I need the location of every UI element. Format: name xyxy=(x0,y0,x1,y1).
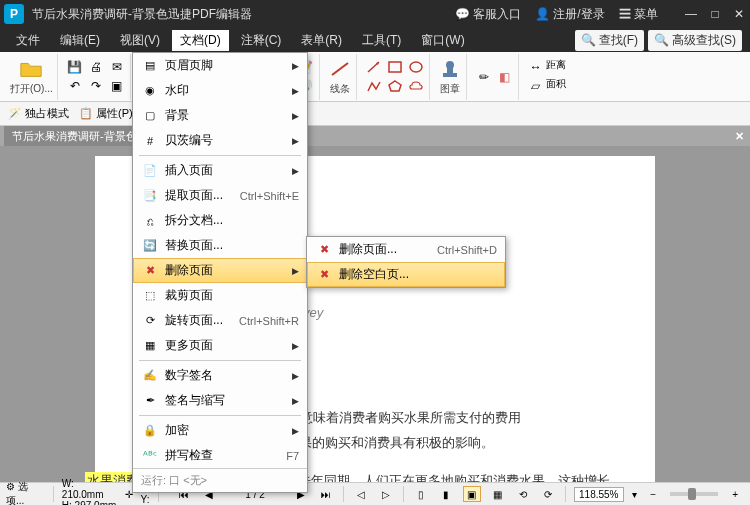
layout-cont-button[interactable]: ▮ xyxy=(438,486,456,502)
menu-form[interactable]: 表单(R) xyxy=(293,30,350,51)
menu-signature[interactable]: ✒签名与缩写▶ xyxy=(133,388,307,413)
print-icon[interactable]: 🖨 xyxy=(87,58,105,76)
pencil-icon[interactable]: ✏ xyxy=(475,68,493,86)
window-title: 节后水果消费调研-背景色迅捷PDF编辑器 xyxy=(32,6,455,23)
background-icon: ▢ xyxy=(141,108,159,124)
login-link[interactable]: 👤 注册/登录 xyxy=(535,6,605,23)
menubar: 文件 编辑(E) 视图(V) 文档(D) 注释(C) 表单(R) 工具(T) 窗… xyxy=(0,28,750,52)
standalone-mode[interactable]: 🪄 独占模式 xyxy=(8,106,69,121)
folder-open-icon xyxy=(19,57,43,81)
mail-icon[interactable]: ✉ xyxy=(108,58,126,76)
find-button[interactable]: 🔍 查找(F) xyxy=(575,30,644,51)
save-icon[interactable]: 💾 xyxy=(66,58,84,76)
area-icon[interactable]: ▱ xyxy=(527,77,545,95)
layout-facing-button[interactable]: ▣ xyxy=(463,486,481,502)
doc-tab[interactable]: 节后水果消费调研-背景色 xyxy=(4,126,145,146)
rotate-cw-button[interactable]: ⟳ xyxy=(540,486,558,502)
minimize-button[interactable]: — xyxy=(684,7,698,21)
replace-page-icon: 🔄 xyxy=(141,238,159,254)
bates-icon: # xyxy=(141,133,159,149)
delete-page-submenu: ✖删除页面...Ctrl+Shift+D ✖删除空白页... xyxy=(306,236,506,288)
watermark-icon: ◉ xyxy=(141,83,159,99)
arrow-icon[interactable] xyxy=(365,58,383,76)
menu-comment[interactable]: 注释(C) xyxy=(233,30,290,51)
tb-line-group[interactable]: 线条 xyxy=(324,54,357,100)
undo-icon[interactable]: ↶ xyxy=(66,77,84,95)
menu-window[interactable]: 窗口(W) xyxy=(413,30,472,51)
adv-find-button[interactable]: 🔍 高级查找(S) xyxy=(648,30,742,51)
menu-view[interactable]: 视图(V) xyxy=(112,30,168,51)
polyline-icon[interactable] xyxy=(365,77,383,95)
options-button[interactable]: ⚙ 选项... xyxy=(6,480,45,505)
cloud-icon[interactable] xyxy=(407,77,425,95)
menu-encrypt[interactable]: 🔒加密▶ xyxy=(133,418,307,443)
menu-watermark[interactable]: ◉水印▶ xyxy=(133,78,307,103)
app-logo: P xyxy=(4,4,24,24)
menu-link[interactable]: ☰ 菜单 xyxy=(619,6,658,23)
circle-icon[interactable] xyxy=(407,58,425,76)
svg-rect-5 xyxy=(443,73,457,77)
menu-more-pages[interactable]: ▦更多页面▶ xyxy=(133,333,307,358)
rotate-ccw-button[interactable]: ⟲ xyxy=(514,486,532,502)
titlebar: P 节后水果消费调研-背景色迅捷PDF编辑器 💬 客服入口 👤 注册/登录 ☰ … xyxy=(0,0,750,28)
wand-icon: 🪄 xyxy=(8,107,22,120)
zoom-slider[interactable] xyxy=(670,492,718,496)
menu-run-footer: 运行: 口 <无> xyxy=(133,468,307,492)
doc-tab-bar: 节后水果消费调研-背景色 ✕ xyxy=(0,126,750,146)
layout-facing-cont-button[interactable]: ▦ xyxy=(489,486,507,502)
zoom-out-button[interactable]: − xyxy=(645,486,663,502)
zoom-value[interactable]: 118.55% xyxy=(574,487,623,502)
menu-delete-page[interactable]: ✖删除页面▶ xyxy=(133,258,307,283)
eraser-icon[interactable]: ◧ xyxy=(496,68,514,86)
menu-digital-sign[interactable]: ✍数字签名▶ xyxy=(133,363,307,388)
rotate-page-icon: ⟳ xyxy=(141,313,159,329)
statusbar: ⚙ 选项... W: 210.0mm H: 297.0mm ✛ X: Y: ⏮ … xyxy=(0,482,750,505)
tb-open-group[interactable]: 打开(O)... xyxy=(6,54,58,100)
menu-crop-page[interactable]: ⬚裁剪页面 xyxy=(133,283,307,308)
menu-extract-page[interactable]: 📑提取页面...Ctrl+Shift+E xyxy=(133,183,307,208)
submenu-delete-blank[interactable]: ✖删除空白页... xyxy=(307,262,505,287)
insert-page-icon: 📄 xyxy=(141,163,159,179)
polygon-icon[interactable] xyxy=(386,77,404,95)
menu-spellcheck[interactable]: ᴬᴮᶜ拼写检查F7 xyxy=(133,443,307,468)
close-button[interactable]: ✕ xyxy=(732,7,746,21)
support-link[interactable]: 💬 客服入口 xyxy=(455,6,521,23)
layout-single-button[interactable]: ▯ xyxy=(412,486,430,502)
submenu-delete-pages[interactable]: ✖删除页面...Ctrl+Shift+D xyxy=(307,237,505,262)
menu-tool[interactable]: 工具(T) xyxy=(354,30,409,51)
scan-icon[interactable]: ▣ xyxy=(108,77,126,95)
menu-bates[interactable]: #贝茨编号▶ xyxy=(133,128,307,153)
content-area: 研 survey 回落了 48.9%。这意味着消费者购买水果所需支付的费用 鼓励… xyxy=(0,146,750,482)
menu-rotate-page[interactable]: ⟳旋转页面...Ctrl+Shift+R xyxy=(133,308,307,333)
svg-point-4 xyxy=(410,62,422,72)
menu-background[interactable]: ▢背景▶ xyxy=(133,103,307,128)
doc-tab-close[interactable]: ✕ xyxy=(735,130,744,143)
more-pages-icon: ▦ xyxy=(141,338,159,354)
props-icon: 📋 xyxy=(79,107,93,120)
extract-page-icon: 📑 xyxy=(141,188,159,204)
signature-icon: ✒ xyxy=(141,393,159,409)
menu-edit[interactable]: 编辑(E) xyxy=(52,30,108,51)
menu-header-footer[interactable]: ▤页眉页脚▶ xyxy=(133,53,307,78)
nav-back-button[interactable]: ◁ xyxy=(352,486,370,502)
nav-fwd-button[interactable]: ▷ xyxy=(378,486,396,502)
menu-replace-page[interactable]: 🔄替换页面... xyxy=(133,233,307,258)
maximize-button[interactable]: □ xyxy=(708,7,722,21)
menu-split-doc[interactable]: ⎌拆分文档... xyxy=(133,208,307,233)
menu-insert-page[interactable]: 📄插入页面▶ xyxy=(133,158,307,183)
redo-icon[interactable]: ↷ xyxy=(87,77,105,95)
svg-rect-3 xyxy=(389,62,401,72)
menu-document[interactable]: 文档(D) xyxy=(172,30,229,51)
spellcheck-icon: ᴬᴮᶜ xyxy=(141,448,159,464)
secondary-bar: 🪄 独占模式 📋 属性(P)... xyxy=(0,102,750,126)
header-footer-icon: ▤ xyxy=(141,58,159,74)
menu-file[interactable]: 文件 xyxy=(8,30,48,51)
delete-blank-icon: ✖ xyxy=(315,267,333,283)
rect-icon[interactable] xyxy=(386,58,404,76)
delete-page-icon: ✖ xyxy=(141,263,159,279)
distance-icon[interactable]: ↔ xyxy=(527,58,545,76)
zoom-in-button[interactable]: + xyxy=(726,486,744,502)
last-page-button[interactable]: ⏭ xyxy=(318,486,336,502)
page-width: W: 210.0mm xyxy=(62,478,117,500)
tb-stamp-group[interactable]: 图章 xyxy=(434,54,467,100)
